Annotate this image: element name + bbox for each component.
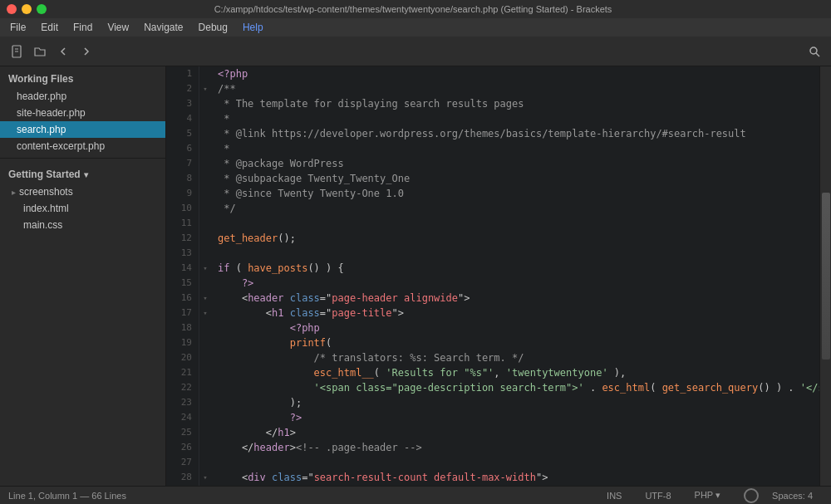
code-line-3: 3 * The template for displaying search r… <box>166 96 819 111</box>
fold-marker[interactable]: ▾ <box>199 81 211 96</box>
fold-marker <box>199 455 211 470</box>
code-line-12: 12get_header(); <box>166 231 819 246</box>
fold-marker <box>199 395 211 410</box>
fold-marker <box>199 186 211 201</box>
folder-label: screenshots <box>19 186 73 198</box>
fold-marker[interactable]: ▾ <box>199 291 211 306</box>
fold-marker <box>199 365 211 380</box>
code-line-17: 17▾ <h1 class="page-title"> <box>166 306 819 321</box>
code-line-9: 9 * @since Twenty Twenty-One 1.0 <box>166 186 819 201</box>
code-line-2: 2▾/** <box>166 81 819 96</box>
code-line-4: 4 * <box>166 111 819 126</box>
fold-marker <box>199 111 211 126</box>
sidebar-item-search-php[interactable]: search.php <box>0 121 165 138</box>
forward-icon <box>80 45 93 58</box>
code-line-14: 14▾if ( have_posts() ) { <box>166 261 819 276</box>
statusbar: Line 1, Column 1 — 66 Lines INS UTF-8 PH… <box>0 486 831 504</box>
line-number: 25 <box>166 425 199 440</box>
line-content: /** <box>211 81 819 96</box>
line-content: ?> <box>211 410 819 425</box>
line-number: 11 <box>166 216 199 231</box>
new-file-icon <box>10 45 23 58</box>
line-content: * @link https://developer.wordpress.org/… <box>211 126 819 141</box>
fold-marker <box>199 66 211 81</box>
code-line-28: 28▾ <div class="search-result-count defa… <box>166 470 819 485</box>
svg-line-4 <box>816 53 819 56</box>
menu-edit[interactable]: Edit <box>34 20 65 35</box>
fold-marker <box>199 335 211 350</box>
minimize-button[interactable] <box>22 4 32 14</box>
menu-help[interactable]: Help <box>236 20 270 35</box>
code-editor[interactable]: 1<?php2▾/**3 * The template for displayi… <box>166 66 819 486</box>
menu-view[interactable]: View <box>101 20 135 35</box>
position-text: Line 1, Column 1 <box>8 491 77 501</box>
line-number: 13 <box>166 246 199 261</box>
sidebar-item-header-php[interactable]: header.php <box>0 88 165 105</box>
fold-marker[interactable]: ▾ <box>199 261 211 276</box>
main-area: Working Files header.php site-header.php… <box>0 66 831 486</box>
code-line-13: 13 <box>166 246 819 261</box>
line-content: get_header(); <box>211 231 819 246</box>
fold-marker <box>199 440 211 455</box>
search-button[interactable] <box>804 42 824 61</box>
open-file-button[interactable] <box>30 42 50 61</box>
line-content: esc_html__( 'Results for "%s"', 'twentyt… <box>211 365 819 380</box>
sidebar-item-index-html[interactable]: index.html <box>0 200 165 217</box>
fold-marker <box>199 126 211 141</box>
line-content: ); <box>211 395 819 410</box>
code-line-21: 21 esc_html__( 'Results for "%s"', 'twen… <box>166 365 819 380</box>
menu-navigate[interactable]: Navigate <box>137 20 189 35</box>
fold-marker <box>199 156 211 171</box>
language-chevron-icon: ▾ <box>715 490 720 500</box>
language[interactable]: PHP ▾ <box>695 490 720 501</box>
menu-find[interactable]: Find <box>66 20 99 35</box>
minimap <box>822 193 830 359</box>
ins-mode: INS <box>607 491 622 501</box>
line-number: 19 <box>166 335 199 350</box>
fold-marker <box>199 201 211 216</box>
fold-marker <box>199 231 211 246</box>
line-content: * @package WordPress <box>211 156 819 171</box>
project-header[interactable]: Getting Started ▾ <box>0 162 165 183</box>
back-icon <box>57 45 70 58</box>
line-content <box>211 246 819 261</box>
sidebar-folder-screenshots[interactable]: ▸ screenshots <box>0 183 165 200</box>
sidebar-item-content-excerpt-php[interactable]: content-excerpt.php <box>0 138 165 154</box>
sidebar-item-site-header-php[interactable]: site-header.php <box>0 105 165 121</box>
encoding: UTF-8 <box>645 491 671 501</box>
sidebar: Working Files header.php site-header.php… <box>0 66 166 486</box>
menu-debug[interactable]: Debug <box>192 20 234 35</box>
fold-marker[interactable]: ▾ <box>199 306 211 321</box>
maximize-button[interactable] <box>37 4 47 14</box>
line-number: 4 <box>166 111 199 126</box>
line-number: 12 <box>166 231 199 246</box>
menu-file[interactable]: File <box>3 20 32 35</box>
project-label: Getting Started <box>8 169 81 180</box>
line-number: 18 <box>166 321 199 335</box>
line-number: 14 <box>166 261 199 276</box>
line-number: 3 <box>166 96 199 111</box>
line-content: <div class="search-result-count default-… <box>211 470 819 485</box>
back-button[interactable] <box>53 42 73 61</box>
line-content: <h1 class="page-title"> <box>211 306 819 321</box>
line-number: 22 <box>166 380 199 395</box>
forward-button[interactable] <box>76 42 96 61</box>
line-number: 27 <box>166 455 199 470</box>
line-content: * <box>211 111 819 126</box>
new-file-button[interactable] <box>7 42 27 61</box>
linting-indicator <box>744 488 759 503</box>
line-content: * <box>211 141 819 156</box>
fold-marker <box>199 380 211 395</box>
line-number: 16 <box>166 291 199 306</box>
working-files-header[interactable]: Working Files <box>0 66 165 88</box>
close-button[interactable] <box>7 4 17 14</box>
fold-marker[interactable]: ▾ <box>199 470 211 485</box>
line-content: </h1> <box>211 425 819 440</box>
fold-marker <box>199 276 211 291</box>
spaces-setting[interactable]: Spaces: 4 <box>772 491 813 501</box>
sidebar-item-main-css[interactable]: main.css <box>0 217 165 233</box>
line-content <box>211 455 819 470</box>
sidebar-divider <box>0 158 165 159</box>
fold-marker <box>199 425 211 440</box>
code-line-10: 10 */ <box>166 201 819 216</box>
